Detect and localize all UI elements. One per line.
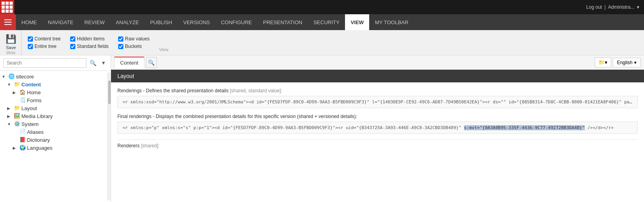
topbar-dropdown-arrow[interactable]: ▾ bbox=[637, 4, 639, 10]
save-label: Save bbox=[6, 45, 16, 50]
left-panel: 🔍 ▼ ▼ 🌐 sitecore ▼ 📁 Content bbox=[0, 55, 111, 202]
tab-content-label: Content bbox=[120, 60, 138, 66]
renderings-value[interactable]: <r xmlns:xsd="http://www.w3.org/2001/XML… bbox=[117, 96, 638, 108]
checkbox-content-tree-input[interactable] bbox=[28, 36, 33, 42]
nav-item-analyze[interactable]: ANALYZE bbox=[110, 14, 144, 30]
final-renderings-label-text: Final renderings - Displays the combined… bbox=[117, 114, 357, 119]
tree-scrollbar[interactable] bbox=[107, 72, 111, 200]
tree-node-system[interactable]: ▼ ⚙️ System bbox=[0, 120, 107, 128]
checkbox-hidden-items[interactable]: Hidden items bbox=[70, 36, 109, 42]
language-dropdown-icon: ▾ bbox=[634, 60, 636, 65]
renderings-label-text: Renderings - Defines the shared presenta… bbox=[117, 88, 228, 93]
tree-node-content[interactable]: ▼ 📁 Content bbox=[0, 80, 107, 88]
tree-node-sitecore[interactable]: ▼ 🌐 sitecore bbox=[0, 72, 107, 80]
toggle-sitecore[interactable]: ▼ bbox=[2, 74, 7, 79]
tab-content[interactable]: Content bbox=[114, 57, 144, 68]
logout-link[interactable]: Log out bbox=[586, 4, 602, 10]
checkbox-content-tree-label: Content tree bbox=[34, 36, 61, 42]
tree-label-sitecore: sitecore bbox=[16, 74, 34, 80]
search-bar: 🔍 ▼ bbox=[0, 55, 111, 71]
language-selector[interactable]: English ▾ bbox=[613, 58, 641, 67]
tree-label-system: System bbox=[21, 121, 38, 127]
nav-bar: HOME NAVIGATE REVIEW ANALYZE PUBLISH VER… bbox=[0, 14, 644, 30]
toggle-layout[interactable]: ▶ bbox=[7, 106, 13, 111]
search-button[interactable]: 🔍 bbox=[88, 59, 98, 67]
tree-node-dictionary[interactable]: 📕 Dictionary bbox=[0, 136, 107, 144]
tree-label-forms: Forms bbox=[27, 97, 42, 103]
right-panel: Content 🔍 📁▾ English ▾ Layout bbox=[111, 55, 644, 202]
nav-item-security[interactable]: SECURITY bbox=[308, 14, 345, 30]
layout-folder-icon: 📁 bbox=[14, 105, 20, 111]
forms-icon: 🗒️ bbox=[19, 97, 26, 103]
checkbox-buckets-label: Buckets bbox=[125, 44, 142, 49]
toggle-languages[interactable]: ▶ bbox=[13, 146, 18, 150]
media-library-icon: 🖼️ bbox=[14, 113, 20, 119]
tree-node-aliases[interactable]: 📄 Aliases bbox=[0, 128, 107, 136]
renderers-section: Renderers [shared]: bbox=[117, 139, 638, 149]
nav-item-versions[interactable]: VERSIONS bbox=[178, 14, 215, 30]
checkboxes-col3: Raw values Buckets bbox=[118, 36, 150, 49]
hamburger-menu[interactable] bbox=[0, 14, 16, 30]
renderings-label: Renderings - Defines the shared presenta… bbox=[117, 88, 638, 93]
toggle-media-library[interactable]: ▶ bbox=[7, 114, 13, 118]
checkbox-entire-tree[interactable]: Entire tree bbox=[28, 44, 61, 49]
renderers-label-text: Renderers bbox=[117, 143, 140, 149]
nav-item-home[interactable]: HOME bbox=[16, 14, 42, 30]
nav-item-presentation[interactable]: PRESENTATION bbox=[257, 14, 308, 30]
checkbox-raw-values[interactable]: Raw values bbox=[118, 36, 150, 42]
tree-node-layout[interactable]: ▶ 📁 Layout bbox=[0, 104, 107, 112]
checkbox-standard-fields[interactable]: Standard fields bbox=[70, 44, 109, 49]
nav-item-view[interactable]: VIEW bbox=[345, 14, 369, 30]
final-renderings-field: Final renderings - Displays the combined… bbox=[117, 114, 638, 134]
tree-scrollbar-thumb[interactable] bbox=[108, 80, 111, 104]
nav-item-review[interactable]: REVIEW bbox=[79, 14, 110, 30]
content-search-button[interactable]: 🔍 bbox=[146, 57, 157, 68]
checkbox-raw-values-input[interactable] bbox=[118, 36, 123, 42]
toggle-system[interactable]: ▼ bbox=[7, 122, 13, 126]
final-renderings-value[interactable]: <r xmlns:p="p" xmlns:s="s" p:p="1"><d id… bbox=[117, 122, 638, 134]
search-dropdown-button[interactable]: ▼ bbox=[100, 59, 107, 67]
write-label: Write bbox=[6, 51, 15, 55]
content-toolbar: Content 🔍 📁▾ English ▾ bbox=[111, 55, 644, 70]
final-renderings-label: Final renderings - Displays the combined… bbox=[117, 114, 638, 119]
checkbox-buckets-input[interactable] bbox=[118, 44, 123, 49]
checkbox-entire-tree-label: Entire tree bbox=[34, 44, 56, 49]
checkboxes-col2: Hidden items Standard fields bbox=[70, 36, 109, 49]
tree-node-home[interactable]: ▶ 🏠 Home bbox=[0, 88, 107, 96]
final-renderings-highlight: s:mvt="{0A3A0B95-335F-4436-9C77-49272BB3… bbox=[464, 125, 585, 130]
sitecore-logo[interactable] bbox=[0, 0, 14, 14]
toolbar-section-view: Content tree Entire tree Hidden items St… bbox=[21, 30, 175, 55]
nav-item-publish[interactable]: PUBLISH bbox=[144, 14, 178, 30]
checkbox-hidden-items-input[interactable] bbox=[70, 36, 75, 42]
checkbox-content-tree[interactable]: Content tree bbox=[28, 36, 61, 42]
tree-node-languages[interactable]: ▶ 🌍 Languages bbox=[0, 144, 107, 152]
tree-label-layout: Layout bbox=[21, 105, 37, 111]
checkbox-raw-values-label: Raw values bbox=[125, 36, 150, 42]
checkbox-standard-fields-label: Standard fields bbox=[77, 44, 109, 49]
checkbox-buckets[interactable]: Buckets bbox=[118, 44, 150, 49]
nav-item-navigate[interactable]: NAVIGATE bbox=[42, 14, 79, 30]
nav-item-configure[interactable]: CONFIGURE bbox=[215, 14, 257, 30]
topbar-separator: | bbox=[604, 4, 606, 10]
nav-item-mytoolbar[interactable]: MY TOOLBAR bbox=[369, 14, 414, 30]
aliases-icon: 📄 bbox=[19, 129, 26, 135]
folder-button[interactable]: 📁▾ bbox=[595, 57, 611, 67]
tree-label-content: Content bbox=[21, 82, 41, 88]
toggle-content[interactable]: ▼ bbox=[7, 82, 13, 87]
search-input[interactable] bbox=[3, 58, 86, 68]
dictionary-icon: 📕 bbox=[19, 137, 26, 143]
languages-icon: 🌍 bbox=[19, 145, 26, 151]
checkbox-entire-tree-input[interactable] bbox=[28, 44, 33, 49]
tree-node-forms[interactable]: 🗒️ Forms bbox=[0, 96, 107, 104]
home-icon: 🏠 bbox=[19, 89, 26, 95]
save-icon: 💾 bbox=[6, 34, 16, 44]
checkbox-standard-fields-input[interactable] bbox=[70, 44, 75, 49]
renderers-label: Renderers [shared]: bbox=[117, 143, 638, 149]
save-button[interactable]: 💾 Save bbox=[6, 34, 16, 50]
tree-node-media-library[interactable]: ▶ 🖼️ Media Library bbox=[0, 112, 107, 120]
layout-section-title: Layout bbox=[117, 73, 134, 79]
checkboxes-col1: Content tree Entire tree bbox=[28, 36, 61, 49]
toggle-home[interactable]: ▶ bbox=[13, 90, 18, 95]
content-folder-icon: 📁 bbox=[14, 81, 20, 88]
system-icon: ⚙️ bbox=[14, 121, 20, 127]
